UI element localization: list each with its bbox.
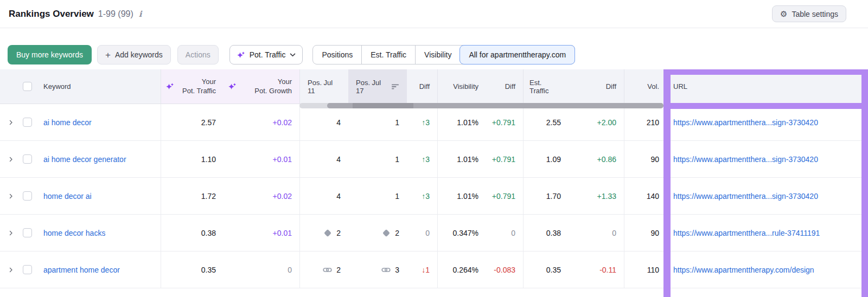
- url-link[interactable]: https://www.apartmentthera...sign-373042…: [673, 192, 818, 201]
- table-row: ai home decor generator 1.10 +0.01 4 1 ↑…: [0, 141, 868, 178]
- chevron-down-icon: [290, 53, 296, 57]
- visibility-value: 0.264%: [437, 251, 486, 288]
- pos-jul17-value: 1: [348, 178, 407, 214]
- link-icon: [381, 266, 391, 274]
- row-expander[interactable]: [0, 251, 22, 288]
- metric-dropdown[interactable]: Pot. Traffic: [229, 45, 303, 64]
- sort-descending-icon: [392, 84, 399, 89]
- featured-snippet-icon: [323, 229, 332, 237]
- est-traffic-diff-value: +0.86: [569, 141, 624, 177]
- segment-visibility[interactable]: Visibility: [415, 46, 460, 64]
- keyword-link[interactable]: home decor hacks: [43, 229, 105, 237]
- header-expander-spacer: [0, 69, 22, 104]
- url-link[interactable]: https://www.apartmenttherapy.com/design: [673, 266, 814, 274]
- pot-growth-value: +0.01: [224, 215, 299, 251]
- row-checkbox[interactable]: [23, 265, 32, 274]
- column-header-diff-est-traffic[interactable]: Diff: [569, 69, 624, 104]
- pos-jul17-value: 3: [395, 266, 399, 274]
- toolbar: Buy more keywords Add keywords Actions P…: [0, 28, 868, 69]
- keyword-link[interactable]: ai home decor generator: [43, 155, 126, 164]
- row-expander[interactable]: [0, 215, 22, 251]
- url-column-annotation-divider: [663, 103, 868, 109]
- pos-diff-value: ↑3: [407, 104, 437, 140]
- table-row: home decor hacks 0.38 +0.01 2 2 0 0.347%…: [0, 215, 868, 251]
- est-traffic-value: 0.35: [523, 251, 569, 288]
- keyword-link[interactable]: home decor ai: [43, 192, 92, 201]
- report-segmented-control: Positions Est. Traffic Visibility All fo…: [312, 45, 575, 64]
- column-header-keyword[interactable]: Keyword: [39, 69, 161, 104]
- column-header-est-traffic[interactable]: Est. Traffic: [523, 69, 569, 104]
- column-header-pot-traffic[interactable]: Your Pot. Traffic: [161, 69, 224, 104]
- segment-positions[interactable]: Positions: [313, 46, 361, 64]
- column-header-pos-jul17-sorted[interactable]: Pos. Jul 17: [348, 69, 407, 104]
- column-header-visibility[interactable]: Visibility: [437, 69, 486, 104]
- volume-value: 140: [624, 178, 663, 214]
- visibility-diff-value: +0.791: [486, 178, 523, 214]
- url-column-annotation-right: [861, 69, 868, 297]
- table-row: ai home decor 2.57 +0.02 4 1 ↑3 1.01% +0…: [0, 104, 868, 141]
- ai-sparkles-icon: [165, 83, 174, 90]
- pos-jul11-value: 2: [336, 266, 341, 274]
- pot-growth-value: +0.02: [224, 178, 299, 214]
- est-traffic-diff-value: +2.00: [569, 104, 624, 140]
- row-checkbox[interactable]: [23, 118, 32, 127]
- buy-more-keywords-button[interactable]: Buy more keywords: [8, 45, 92, 64]
- est-traffic-diff-value: 0: [569, 215, 624, 251]
- row-checkbox[interactable]: [23, 154, 32, 164]
- chevron-right-icon: [8, 193, 14, 199]
- segment-est-traffic[interactable]: Est. Traffic: [361, 46, 415, 64]
- chevron-right-icon: [8, 119, 14, 126]
- pos-diff-value: ↓1: [407, 251, 437, 288]
- pot-growth-value: +0.01: [224, 141, 299, 177]
- row-checkbox[interactable]: [23, 191, 32, 201]
- url-link[interactable]: https://www.apartmentthera...sign-373042…: [673, 155, 818, 164]
- row-checkbox[interactable]: [23, 228, 32, 237]
- column-header-diff-visibility[interactable]: Diff: [486, 69, 523, 104]
- table-settings-label: Table settings: [792, 10, 838, 18]
- row-expander[interactable]: [0, 141, 22, 177]
- select-all-checkbox[interactable]: [23, 82, 32, 91]
- est-traffic-value: 1.09: [523, 141, 569, 177]
- pot-traffic-value: 0.38: [161, 215, 224, 251]
- pos-jul11-value: 4: [299, 141, 348, 177]
- row-expander[interactable]: [0, 178, 22, 214]
- visibility-diff-value: 0: [486, 215, 523, 251]
- segment-all-for-domain[interactable]: All for apartmenttherapy.com: [459, 45, 575, 64]
- volume-value: 110: [624, 251, 663, 288]
- pos-diff-value: ↑3: [407, 141, 437, 177]
- visibility-value: 1.01%: [437, 178, 486, 214]
- est-traffic-value: 1.70: [523, 178, 569, 214]
- column-header-pos-jul11[interactable]: Pos. Jul 11: [299, 69, 348, 104]
- column-header-volume[interactable]: Vol.: [624, 69, 663, 104]
- url-column-annotation-left: [663, 69, 671, 297]
- est-traffic-value: 0.38: [523, 215, 569, 251]
- pot-traffic-value: 1.72: [161, 178, 224, 214]
- table-row: home decor ai 1.72 +0.02 4 1 ↑3 1.01% +0…: [0, 178, 868, 215]
- pot-traffic-value: 0.35: [161, 251, 224, 288]
- chevron-right-icon: [8, 156, 14, 163]
- info-icon[interactable]: [139, 9, 142, 19]
- volume-value: 90: [624, 141, 663, 177]
- add-keywords-button[interactable]: Add keywords: [97, 45, 171, 64]
- url-link[interactable]: https://www.apartmentthera...sign-373042…: [673, 118, 818, 127]
- visibility-value: 0.347%: [437, 215, 486, 251]
- pot-growth-value: +0.02: [224, 104, 299, 140]
- pos-diff-value: ↑3: [407, 178, 437, 214]
- table-row: apartment home decor 0.35 0 2 3 ↓1 0.264…: [0, 251, 868, 288]
- row-expander[interactable]: [0, 104, 22, 140]
- pos-jul11-value: 4: [299, 104, 348, 140]
- column-header-diff-position[interactable]: Diff: [407, 69, 437, 104]
- keyword-link[interactable]: ai home decor: [43, 118, 92, 127]
- ai-sparkles-icon: [237, 51, 245, 59]
- est-traffic-value: 2.55: [523, 104, 569, 140]
- page-title: Rankings Overview: [9, 9, 94, 20]
- url-column-annotation-top: [663, 69, 868, 75]
- keyword-link[interactable]: apartment home decor: [43, 266, 120, 274]
- url-link[interactable]: https://www.apartmentthera...rule-374111…: [673, 229, 820, 237]
- table-settings-button[interactable]: Table settings: [772, 5, 846, 22]
- chevron-right-icon: [8, 230, 14, 236]
- title-bar: Rankings Overview 1-99 (99) Table settin…: [0, 0, 868, 28]
- actions-button[interactable]: Actions: [177, 45, 219, 64]
- column-header-pot-growth[interactable]: Your Pot. Growth: [224, 69, 299, 104]
- header-checkbox-cell: [22, 69, 39, 104]
